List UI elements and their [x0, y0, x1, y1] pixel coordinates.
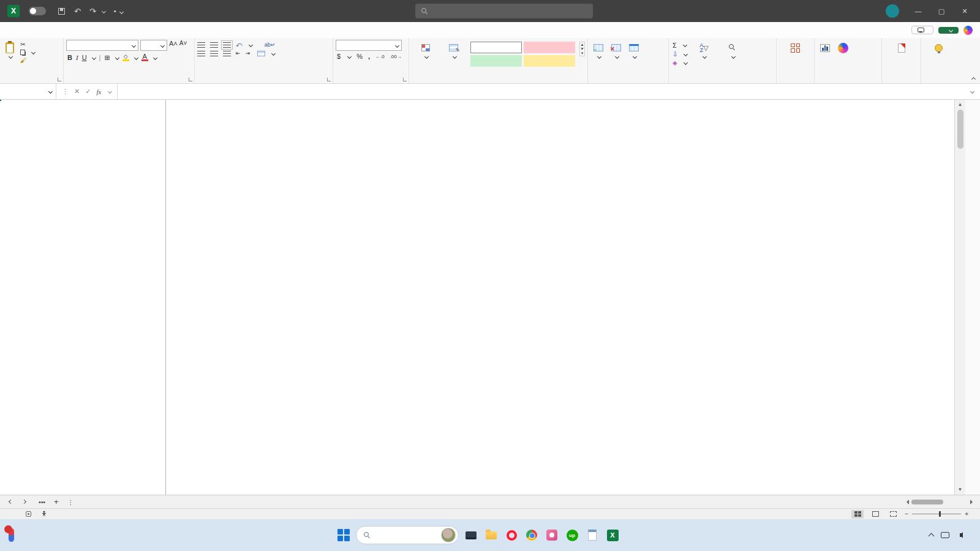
align-bottom-icon[interactable] [223, 42, 231, 48]
share-button[interactable] [938, 27, 959, 34]
save-icon[interactable] [58, 8, 65, 15]
autosum-button[interactable]: Σ [671, 40, 688, 50]
comma-icon[interactable]: , [368, 53, 370, 60]
decrease-indent-icon[interactable]: ⇤ [236, 50, 241, 56]
zoom-slider[interactable]: −+ [905, 511, 968, 517]
style-bad[interactable] [524, 42, 575, 53]
vertical-scrollbar[interactable]: ▲ ▼ [954, 100, 965, 495]
align-right-icon[interactable] [223, 51, 231, 56]
vertical-scroll-thumb[interactable] [957, 110, 963, 149]
borders-icon[interactable]: ⊞ [104, 54, 110, 62]
decrease-font-icon[interactable]: A˅ [179, 40, 187, 51]
macro-record-icon[interactable] [26, 511, 31, 517]
collapse-ribbon-icon[interactable] [971, 77, 976, 81]
increase-decimal-icon[interactable]: ←.0 [375, 54, 385, 59]
style-neutral[interactable] [524, 55, 575, 67]
scroll-down-icon[interactable]: ▼ [958, 485, 963, 493]
number-format-select[interactable] [336, 40, 402, 51]
page-layout-view-button[interactable] [869, 510, 881, 519]
insert-function-icon[interactable]: fx [96, 88, 101, 96]
quick-access-chevron-icon[interactable] [102, 9, 106, 13]
style-normal[interactable] [470, 42, 522, 53]
addins-button[interactable] [788, 40, 803, 57]
scroll-up-icon[interactable]: ▲ [958, 100, 963, 108]
expand-formula-bar-icon[interactable] [970, 89, 974, 94]
user-avatar[interactable] [886, 4, 899, 18]
font-size-select[interactable] [140, 40, 167, 51]
page-break-view-button[interactable] [887, 510, 899, 519]
autosave-switch-icon[interactable] [29, 7, 46, 15]
orientation-icon[interactable]: ⤺ [236, 41, 243, 48]
notepad-icon[interactable] [584, 527, 600, 543]
photos-app-icon[interactable] [544, 527, 560, 543]
align-center-icon[interactable] [210, 51, 218, 56]
weather-widget[interactable] [0, 528, 135, 542]
start-button[interactable] [336, 527, 352, 543]
speaker-icon[interactable] [957, 532, 963, 538]
decrease-decimal-icon[interactable]: .00→ [390, 54, 402, 59]
remote-desktop-app-icon[interactable] [463, 527, 479, 543]
autosave-toggle[interactable] [26, 7, 46, 15]
cut-button[interactable]: ✂ [19, 40, 36, 48]
font-family-select[interactable] [66, 40, 138, 51]
format-as-table-button[interactable] [442, 40, 466, 60]
analyze-data-button[interactable] [817, 40, 833, 57]
format-painter-button[interactable]: 🖌︎ [19, 56, 36, 64]
comments-button[interactable] [911, 26, 933, 34]
file-explorer-icon[interactable] [483, 527, 499, 543]
opera-icon[interactable] [503, 527, 519, 543]
tab-options-icon[interactable]: ⋮ [63, 495, 78, 508]
more-sheets-icon[interactable]: ••• [34, 495, 50, 508]
font-dialog-launcher-icon[interactable] [189, 78, 192, 81]
clear-button[interactable]: ◈ [671, 58, 688, 67]
horizontal-scrollbar[interactable] [899, 495, 980, 508]
minimize-button[interactable]: — [908, 2, 929, 20]
upwork-icon[interactable]: up [564, 527, 580, 543]
tab-scroll-left-icon[interactable] [9, 500, 13, 504]
insert-cells-button[interactable]: ← [590, 40, 606, 60]
sort-filter-button[interactable]: AZ▽ [690, 40, 717, 60]
align-left-icon[interactable] [197, 51, 205, 56]
name-box[interactable] [0, 84, 56, 99]
scroll-left-icon[interactable] [904, 500, 909, 504]
cancel-icon[interactable]: ✕ [74, 88, 80, 96]
undo-icon[interactable]: ↶ [74, 7, 81, 16]
horizontal-scroll-thumb[interactable] [911, 500, 943, 504]
new-sheet-button[interactable]: + [50, 495, 63, 508]
bold-button[interactable]: B [67, 54, 72, 61]
merge-center-button[interactable] [257, 51, 275, 56]
copilot-icon[interactable] [963, 26, 973, 35]
display-tray-icon[interactable] [941, 532, 949, 538]
scroll-right-icon[interactable] [970, 500, 975, 504]
number-dialog-launcher-icon[interactable] [403, 78, 407, 81]
fill-color-icon[interactable]: ◇ [123, 54, 129, 61]
copilot-button[interactable] [835, 40, 851, 57]
wrap-text-button[interactable]: ab↵ [265, 42, 278, 48]
copy-button[interactable] [19, 48, 36, 56]
align-middle-icon[interactable] [210, 42, 218, 48]
italic-button[interactable]: I [76, 54, 78, 61]
percent-icon[interactable]: % [356, 53, 363, 60]
increase-font-icon[interactable]: A˄ [169, 40, 178, 51]
styles-gallery-scroll[interactable]: ▲▼▾ [579, 42, 585, 56]
fill-button[interactable]: ⇩ [671, 50, 688, 58]
excel-taskbar-icon[interactable]: X [605, 527, 620, 543]
conditional-formatting-button[interactable] [412, 40, 440, 60]
formula-menu-icon[interactable]: ⋮ [62, 88, 69, 96]
clipboard-dialog-launcher-icon[interactable] [58, 78, 61, 81]
redo-icon[interactable]: ↷ [89, 7, 96, 16]
format-cells-button[interactable] [626, 40, 642, 60]
normal-view-button[interactable] [851, 510, 864, 519]
find-select-button[interactable] [719, 40, 746, 60]
chrome-icon[interactable] [524, 527, 540, 543]
increase-indent-icon[interactable]: ⇥ [246, 50, 251, 56]
align-top-icon[interactable] [197, 42, 205, 48]
enter-icon[interactable]: ✓ [85, 88, 91, 96]
tab-scroll-right-icon[interactable] [22, 500, 26, 504]
search-input[interactable] [415, 4, 593, 18]
document-title[interactable]: • [114, 7, 123, 15]
close-button[interactable]: ✕ [954, 2, 975, 20]
create-pdf-button[interactable] [895, 40, 908, 57]
underline-button[interactable]: U [82, 54, 87, 61]
alignment-dialog-launcher-icon[interactable] [327, 78, 331, 81]
